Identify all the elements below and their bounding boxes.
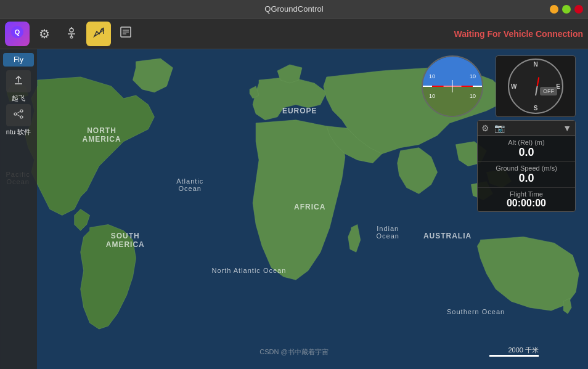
scale-label: 2000 千米 [508, 346, 539, 355]
fd-camera-icon[interactable]: 📷 [494, 123, 505, 133]
fd-speed-label: Ground Speed (m/s) [483, 164, 570, 172]
watermark: CSDN @书中藏着宇宙 [259, 347, 328, 357]
window-controls [550, 5, 583, 14]
horizon-label-bottom-right: 10 [470, 93, 476, 99]
vehicle-setup-button[interactable] [59, 22, 84, 46]
toolbar: Q ⚙ [0, 18, 588, 49]
share-icon [13, 108, 24, 122]
svg-marker-7 [94, 29, 104, 36]
compass-widget: N S E W OFF [496, 55, 576, 117]
analyze-button[interactable] [113, 22, 138, 46]
close-button[interactable] [574, 5, 583, 14]
flight-data-panel: ⚙ 📷 ▼ Alt (Rel) (m) 0.0 Ground Speed (m/… [477, 120, 576, 212]
compass-off-badge: OFF [540, 87, 557, 95]
titlebar: QGroundControl [0, 0, 588, 18]
compass-west: W [511, 83, 517, 90]
compass-south: S [534, 105, 538, 112]
fd-expand-icon[interactable]: ▼ [563, 123, 571, 133]
compass-needle [535, 77, 539, 95]
fly-button[interactable]: Fly [3, 53, 34, 67]
logo-icon: Q [10, 25, 25, 43]
scale-bar: 2000 千米 [489, 346, 539, 357]
fd-alt-value: 0.0 [483, 146, 570, 159]
connection-status: Waiting For Vehicle Connection [454, 29, 584, 39]
fd-settings-icon[interactable]: ⚙ [481, 123, 489, 133]
fd-speed-row: Ground Speed (m/s) 0.0 [478, 162, 575, 188]
plan-icon [92, 25, 105, 42]
side-label: ntu 软件 [1, 128, 36, 137]
share-button[interactable] [6, 104, 31, 126]
fd-time-label: Flight Time [483, 190, 570, 198]
horizon-widget: 10 10 10 10 [422, 55, 483, 117]
map[interactable]: NORTHAMERICA SOUTHAMERICA EUROPE AFRICA … [0, 49, 588, 369]
scale-line [489, 355, 539, 357]
fd-alt-label: Alt (Rel) (m) [483, 139, 570, 146]
main-area: NORTHAMERICA SOUTHAMERICA EUROPE AFRICA … [0, 49, 588, 369]
svg-line-19 [17, 112, 20, 113]
left-panel: Fly 起飞 [0, 49, 37, 369]
horizon-circle: 10 10 10 10 [422, 55, 483, 117]
fd-time-row: Flight Time 00:00:00 [478, 188, 575, 211]
maximize-button[interactable] [562, 5, 571, 14]
settings-button[interactable]: ⚙ [32, 22, 57, 46]
takeoff-label: 起飞 [1, 94, 36, 103]
compass-ring: N S E W OFF [508, 59, 563, 114]
fly-label: Fly [14, 55, 23, 64]
logo-button[interactable]: Q [5, 22, 30, 46]
minimize-button[interactable] [550, 5, 558, 14]
vehicle-setup-icon [65, 25, 78, 42]
horizon-tick-left [432, 86, 441, 87]
upload-icon [13, 75, 24, 88]
fd-time-value: 00:00:00 [483, 198, 570, 209]
horizon-label-top-right: 10 [470, 73, 476, 79]
horizon-label-top-left: 10 [429, 73, 435, 79]
flight-data-header: ⚙ 📷 ▼ [478, 121, 575, 136]
analyze-icon [119, 25, 133, 42]
horizon-label-bottom-left: 10 [429, 93, 435, 99]
compass-north: N [533, 61, 537, 68]
upload-button[interactable] [6, 70, 31, 92]
plan-button[interactable] [86, 22, 111, 46]
app-title: QGroundControl [264, 4, 323, 14]
svg-point-18 [20, 116, 23, 118]
svg-point-16 [20, 110, 23, 112]
fd-speed-value: 0.0 [483, 172, 570, 185]
svg-point-17 [14, 113, 17, 115]
fd-alt-row: Alt (Rel) (m) 0.0 [478, 136, 575, 162]
horizon-tick-right [463, 86, 473, 87]
svg-point-2 [70, 28, 73, 32]
svg-line-20 [17, 115, 20, 116]
settings-icon: ⚙ [39, 26, 50, 41]
svg-text:Q: Q [15, 28, 20, 36]
